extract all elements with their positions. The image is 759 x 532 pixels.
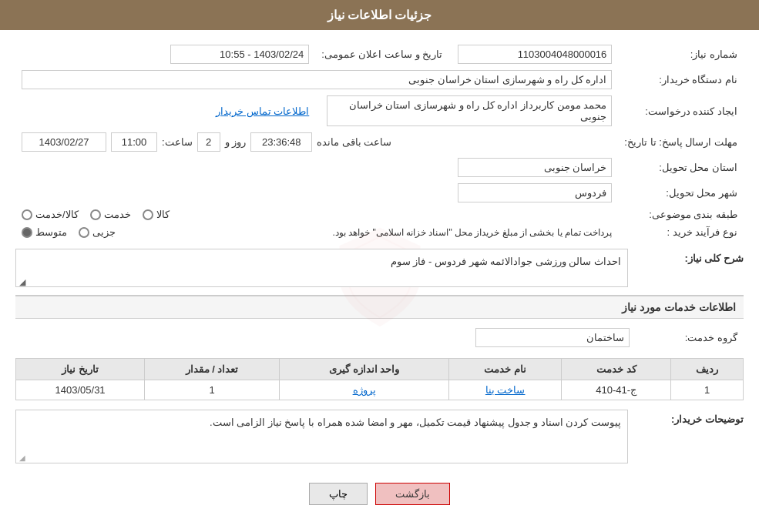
header-quantity: تعداد / مقدار <box>145 359 280 380</box>
city-label: شهر محل تحویل: <box>618 180 744 206</box>
resize-handle-icon: ◢ <box>18 453 25 461</box>
purchase-radio-minor[interactable] <box>79 227 89 238</box>
main-content: ana شماره نیاز: 1103004048000016 تاریخ و… <box>0 30 759 524</box>
purchase-radio-group: متوسط جزیی <box>22 226 116 238</box>
page-container: جزئیات اطلاعات نیاز ana شماره نیاز: 1103… <box>0 0 759 532</box>
services-table: ردیف کد خدمت نام خدمت واحد اندازه گیری ت… <box>15 358 744 400</box>
cell-date: 1403/05/31 <box>16 380 145 400</box>
general-desc-box: احداث سالن ورزشی جوادالائمه شهر فردوس - … <box>15 249 628 287</box>
header-service-code: کد خدمت <box>562 359 671 380</box>
subject-label-kala: کالا <box>156 209 170 220</box>
need-number-label: شماره نیاز: <box>618 42 744 67</box>
row-creator: ایجاد کننده درخواست: محمد مومن کاربرداز … <box>15 92 744 129</box>
header-date: تاریخ نیاز <box>16 359 145 380</box>
services-table-header: ردیف کد خدمت نام خدمت واحد اندازه گیری ت… <box>16 359 744 380</box>
deadline-remaining: 23:36:48 <box>250 132 312 152</box>
province-value: خراسان جنوبی <box>458 158 612 177</box>
col-indicator: ◢ <box>18 277 25 285</box>
services-table-body: 1 ج-41-410 ساخت بنا پروژه 1 1403/05/31 <box>16 380 744 400</box>
service-group-label: گروه خدمت: <box>636 325 744 350</box>
deadline-time-label: ساعت: <box>162 136 193 148</box>
cell-unit[interactable]: پروژه <box>279 380 448 400</box>
subject-radio-kala[interactable] <box>143 209 153 220</box>
announcement-date-label: تاریخ و ساعت اعلان عمومی: <box>315 42 448 67</box>
cell-service-code: ج-41-410 <box>562 380 671 400</box>
purchase-type-label: نوع فرآیند خرید : <box>618 223 744 241</box>
cell-service-name[interactable]: ساخت بنا <box>449 380 562 400</box>
subject-option-khadamat: خدمت <box>90 209 131 220</box>
creator-value: محمد مومن کاربرداز اداره کل راه و شهرساز… <box>327 95 612 126</box>
back-button[interactable]: بازگشت <box>375 483 450 505</box>
purchase-option-medium: متوسط <box>22 226 67 238</box>
row-city: شهر محل تحویل: فردوس <box>15 180 744 206</box>
subject-radio-group: کالا/خدمت خدمت کالا <box>22 209 612 220</box>
row-need-number: شماره نیاز: 1103004048000016 تاریخ و ساع… <box>15 42 744 67</box>
info-table: شماره نیاز: 1103004048000016 تاریخ و ساع… <box>15 42 744 241</box>
service-group-value: ساختمان <box>475 328 630 347</box>
buyer-desc-label: توضیحات خریدار: <box>636 410 744 425</box>
buyer-desc-row: توضیحات خریدار: پیوست کردن اسناد و جدول … <box>15 410 744 463</box>
subject-option-kala: کالا <box>143 209 170 220</box>
subject-radio-khadamat[interactable] <box>90 209 101 220</box>
deadline-time: 11:00 <box>111 132 157 152</box>
print-button[interactable]: چاپ <box>309 483 368 505</box>
page-header: جزئیات اطلاعات نیاز <box>0 0 759 30</box>
general-desc-label: شرح کلی نیاز: <box>636 249 744 264</box>
buyer-desc-value: پیوست کردن اسناد و جدول پیشنهاد قیمت تکم… <box>210 417 621 428</box>
row-subject: طبقه بندی موضوعی: کالا/خدمت خدمت <box>15 206 744 223</box>
deadline-label: مهلت ارسال پاسخ: تا تاریخ: <box>618 129 744 155</box>
row-deadline: مهلت ارسال پاسخ: تا تاریخ: ساعت باقی مان… <box>15 129 744 155</box>
cell-quantity: 1 <box>145 380 280 400</box>
header-row-num: ردیف <box>671 359 744 380</box>
need-number-value: 1103004048000016 <box>458 45 612 64</box>
button-row: بازگشت چاپ <box>15 471 744 513</box>
row-buyer-org: نام دستگاه خریدار: اداره کل راه و شهرساز… <box>15 67 744 92</box>
buyer-org-value: اداره کل راه و شهرسازی استان خراسان جنوب… <box>22 70 612 89</box>
buyer-desc-box: پیوست کردن اسناد و جدول پیشنهاد قیمت تکم… <box>15 410 628 463</box>
page-title: جزئیات اطلاعات نیاز <box>327 8 432 22</box>
subject-label-khadamat: خدمت <box>104 209 131 220</box>
purchase-label-medium: متوسط <box>35 226 67 238</box>
subject-radio-kala-khadamat[interactable] <box>22 209 32 220</box>
deadline-remaining-label: ساعت باقی مانده <box>317 136 391 148</box>
general-desc-value: احداث سالن ورزشی جوادالائمه شهر فردوس - … <box>391 256 621 267</box>
deadline-days: 2 <box>197 132 220 152</box>
table-row: 1 ج-41-410 ساخت بنا پروژه 1 1403/05/31 <box>16 380 744 400</box>
header-unit: واحد اندازه گیری <box>279 359 448 380</box>
subject-option-kala-khadamat: کالا/خدمت <box>22 209 79 220</box>
general-desc-row: شرح کلی نیاز: احداث سالن ورزشی جوادالائم… <box>15 249 744 287</box>
purchase-option-minor: جزیی <box>79 226 116 238</box>
subject-label: طبقه بندی موضوعی: <box>618 206 744 223</box>
cell-row-num: 1 <box>671 380 744 400</box>
subject-label-kala-khadamat: کالا/خدمت <box>35 209 79 220</box>
contact-link[interactable]: اطلاعات تماس خریدار <box>216 105 309 117</box>
buyer-org-label: نام دستگاه خریدار: <box>618 67 744 92</box>
services-header-row: ردیف کد خدمت نام خدمت واحد اندازه گیری ت… <box>16 359 744 380</box>
deadline-days-label: روز و <box>225 136 247 148</box>
province-label: استان محل تحویل: <box>618 155 744 180</box>
city-value: فردوس <box>458 183 612 202</box>
purchase-radio-medium[interactable] <box>22 227 32 238</box>
row-province: استان محل تحویل: خراسان جنوبی <box>15 155 744 180</box>
purchase-label-minor: جزیی <box>92 226 116 238</box>
announcement-date-value: 1403/02/24 - 10:55 <box>170 45 309 64</box>
deadline-date: 1403/02/27 <box>22 132 106 152</box>
creator-label: ایجاد کننده درخواست: <box>618 92 744 129</box>
header-service-name: نام خدمت <box>449 359 562 380</box>
